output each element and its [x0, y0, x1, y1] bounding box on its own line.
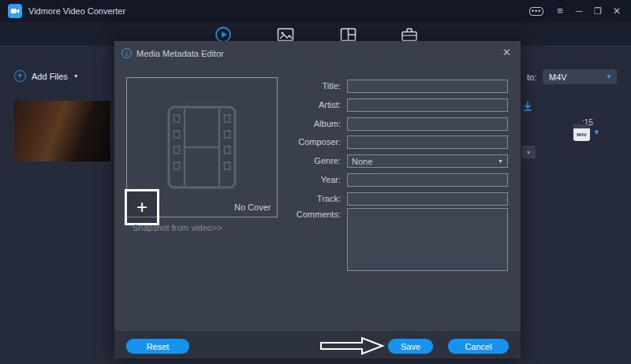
- track-label: Track:: [246, 194, 341, 203]
- menu-button[interactable]: ≡: [551, 0, 569, 22]
- title-label: Title:: [246, 81, 341, 91]
- feedback-icon: •••: [529, 7, 543, 16]
- genre-select[interactable]: None ▼: [347, 154, 508, 168]
- album-label: Album:: [246, 119, 341, 128]
- artist-label: Artist:: [246, 100, 341, 110]
- add-cover-button[interactable]: +: [125, 189, 159, 225]
- dialog-footer: Reset Save Cancel: [114, 331, 521, 358]
- comments-textarea[interactable]: [347, 208, 508, 271]
- album-input[interactable]: [347, 117, 508, 131]
- output-format-select[interactable]: M4V ▼: [543, 69, 617, 84]
- format-badge-label: M4V: [573, 128, 590, 141]
- image-icon: [277, 27, 294, 43]
- app-window: Vidmore Video Converter ••• ≡ ─ ❒ ✕: [0, 0, 631, 364]
- download-icon[interactable]: [522, 101, 533, 115]
- chevron-down-icon: ▼: [606, 73, 612, 80]
- genre-value: None: [352, 157, 372, 166]
- dialog-close-button[interactable]: ✕: [502, 46, 511, 58]
- format-badge[interactable]: M4V: [573, 124, 590, 141]
- cancel-button[interactable]: Cancel: [448, 339, 509, 354]
- film-placeholder-icon: [167, 106, 237, 189]
- close-window-button[interactable]: ✕: [607, 0, 626, 22]
- maximize-button[interactable]: ❒: [588, 0, 607, 22]
- video-thumbnail[interactable]: [14, 101, 110, 162]
- track-input[interactable]: [347, 192, 508, 206]
- composer-input[interactable]: [347, 136, 508, 149]
- artist-input[interactable]: [347, 98, 508, 112]
- output-to-label: to:: [527, 72, 536, 82]
- minimize-button[interactable]: ─: [569, 0, 588, 22]
- media-metadata-editor-dialog: i Media Metadata Editor ✕ + No Cover: [114, 41, 521, 358]
- snapshot-from-video-link[interactable]: Snapshot from video>>: [133, 223, 222, 232]
- format-badge-caret-icon[interactable]: ▼: [593, 128, 600, 136]
- chevron-down-icon: ▼: [73, 73, 79, 79]
- toolbox-icon: [401, 27, 418, 43]
- year-input[interactable]: [347, 173, 508, 187]
- info-icon: i: [121, 48, 132, 58]
- add-icon: +: [14, 70, 26, 82]
- add-files-label: Add Files: [32, 72, 68, 81]
- row-dropdown[interactable]: ▼: [521, 146, 536, 158]
- composer-label: Composer:: [246, 137, 341, 147]
- output-format-value: M4V: [549, 72, 567, 82]
- collage-icon: [340, 27, 357, 43]
- app-logo-icon: [8, 4, 22, 18]
- title-input[interactable]: [347, 80, 508, 93]
- genre-label: Genre:: [246, 156, 341, 165]
- chevron-down-icon: ▼: [526, 150, 532, 155]
- plus-icon: +: [136, 196, 147, 218]
- reset-button[interactable]: Reset: [126, 339, 189, 354]
- dialog-title: Media Metadata Editor: [136, 49, 224, 58]
- window-title: Vidmore Video Converter: [28, 6, 125, 16]
- comments-label: Comments:: [246, 210, 341, 219]
- chevron-down-icon: ▼: [498, 158, 503, 164]
- year-label: Year:: [246, 175, 341, 184]
- save-button[interactable]: Save: [388, 339, 433, 354]
- annotation-arrow: [320, 336, 385, 355]
- camera-icon: [10, 6, 20, 16]
- add-files-button[interactable]: + Add Files ▼: [14, 70, 79, 82]
- feedback-button[interactable]: •••: [527, 0, 546, 22]
- titlebar: Vidmore Video Converter ••• ≡ ─ ❒ ✕: [0, 0, 631, 22]
